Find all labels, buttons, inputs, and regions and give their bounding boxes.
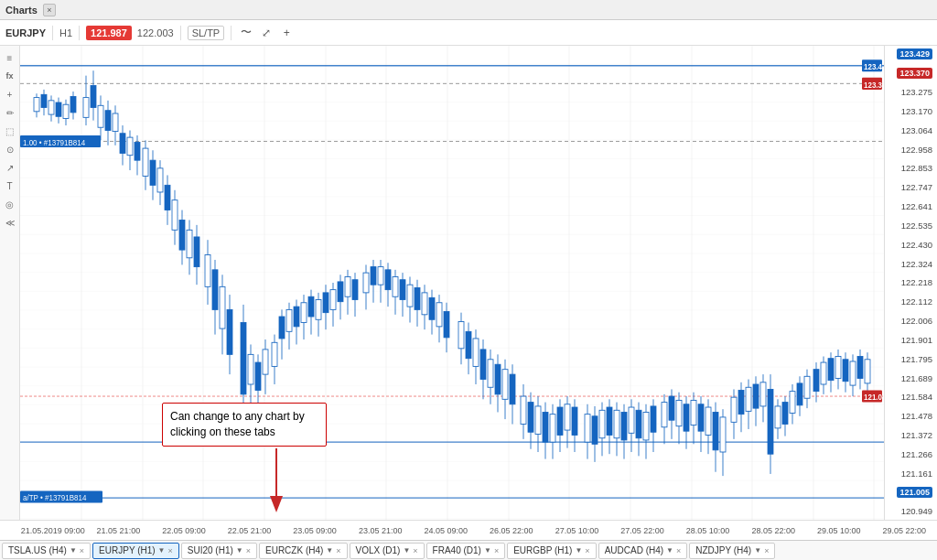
svg-rect-118	[400, 280, 405, 300]
svg-rect-150	[528, 403, 533, 433]
tab-audcad[interactable]: AUDCAD (H4) ▼ ×	[598, 543, 688, 559]
svg-rect-192	[691, 400, 696, 425]
svg-rect-216	[782, 403, 788, 425]
price-label: 121.795	[887, 352, 935, 365]
tab-dropdown-icon[interactable]: ▼	[158, 546, 166, 555]
fx-icon[interactable]: fx	[2, 68, 18, 84]
price-label: 121.005	[887, 486, 935, 499]
svg-rect-98	[323, 293, 328, 313]
svg-rect-170	[607, 407, 612, 435]
tab-label: AUDCAD (H4)	[605, 545, 663, 555]
expand-icon[interactable]: ⤢	[258, 25, 275, 41]
svg-rect-124	[422, 293, 427, 315]
svg-rect-182	[651, 406, 656, 432]
symbol-label[interactable]: EURJPY	[5, 27, 46, 38]
svg-rect-86	[279, 317, 285, 339]
close-button[interactable]: ×	[43, 4, 56, 16]
svg-rect-72	[220, 286, 225, 328]
sltp-label[interactable]: SL/TP	[188, 26, 225, 40]
svg-rect-114	[385, 270, 391, 290]
svg-rect-176	[629, 407, 634, 433]
time-label: 29.05 10:00	[806, 526, 872, 535]
svg-rect-218	[790, 392, 795, 414]
tab-close-icon[interactable]: ×	[168, 546, 173, 555]
price-label: 123.064	[887, 124, 935, 136]
arrow-icon[interactable]: ↗	[2, 159, 18, 176]
svg-rect-228	[828, 359, 834, 381]
toolbar: EURJPY H1 121.987 122.003 SL/TP 〜 ⤢ +	[0, 20, 937, 46]
tab-close-icon[interactable]: ×	[764, 546, 769, 555]
time-label: 21.05 21:00	[86, 526, 152, 535]
pencil-icon[interactable]: ✏	[2, 104, 18, 121]
price-label: 122.006	[887, 315, 935, 328]
tab-dropdown-icon[interactable]: ▼	[754, 546, 761, 555]
svg-rect-140	[488, 360, 493, 387]
plus-icon[interactable]: +	[278, 25, 295, 41]
time-label: 22.05 21:00	[217, 526, 283, 535]
tab-fra40[interactable]: FRA40 (D1) ▼ ×	[426, 543, 506, 559]
price-label: 123.429	[887, 48, 935, 60]
tab-close-icon[interactable]: ×	[494, 546, 499, 555]
price-label: 122.747	[887, 181, 935, 194]
rect-icon[interactable]: ⬚	[2, 123, 18, 139]
menu-icon[interactable]: ≡	[2, 49, 18, 66]
svg-rect-174	[621, 412, 627, 439]
svg-rect-210	[760, 382, 766, 406]
svg-rect-144	[502, 370, 508, 400]
price-label: 121.689	[887, 372, 935, 384]
time-label: 29.05 22:00	[872, 526, 937, 535]
svg-rect-80	[255, 362, 261, 390]
tab-close-icon[interactable]: ×	[80, 546, 84, 555]
svg-rect-92	[301, 303, 307, 323]
toolbar-sep4	[231, 26, 232, 40]
tab-nzdjpy[interactable]: NZDJPY (H4) ▼ ×	[689, 543, 775, 559]
svg-rect-62	[179, 220, 185, 250]
target-icon[interactable]: ⊙	[2, 141, 18, 157]
svg-rect-106	[352, 280, 358, 300]
svg-rect-120	[407, 285, 413, 307]
text-icon[interactable]: T	[2, 178, 18, 194]
svg-rect-126	[429, 297, 435, 319]
price-label: 122.958	[887, 143, 935, 156]
tab-dropdown-icon[interactable]: ▼	[403, 546, 410, 555]
svg-rect-2	[20, 46, 884, 520]
svg-rect-42	[105, 111, 111, 131]
tab-tsla-us[interactable]: TSLA.US (H4) ▼ ×	[2, 543, 91, 559]
add-icon[interactable]: +	[2, 86, 18, 102]
svg-rect-146	[510, 374, 515, 404]
tab-eurjpy[interactable]: EURJPY (H1) ▼ ×	[92, 543, 179, 559]
tab-dropdown-icon[interactable]: ▼	[236, 546, 243, 555]
timeframe-label[interactable]: H1	[59, 27, 72, 38]
tab-dropdown-icon[interactable]: ▼	[666, 546, 673, 555]
tab-volx[interactable]: VOLX (D1) ▼ ×	[350, 543, 425, 559]
svg-rect-132	[458, 321, 464, 348]
annotation-text: Can change to any chart by clicking on t…	[170, 410, 305, 438]
svg-rect-112	[378, 267, 383, 285]
svg-rect-220	[797, 383, 802, 405]
circle-icon[interactable]: ◎	[2, 196, 18, 212]
svg-rect-44	[113, 113, 118, 132]
tab-dropdown-icon[interactable]: ▼	[575, 546, 582, 555]
tab-close-icon[interactable]: ×	[413, 546, 417, 555]
tab-dropdown-icon[interactable]: ▼	[70, 546, 77, 555]
price-badge-red: 121.987	[86, 26, 132, 40]
tab-label: VOLX (D1)	[356, 545, 401, 555]
svg-rect-76	[241, 323, 246, 394]
svg-text:1.00 • #13791B814: 1.00 • #13791B814	[23, 137, 86, 146]
toolbar-sep3	[180, 26, 181, 40]
tab-dropdown-icon[interactable]: ▼	[326, 546, 333, 555]
tab-eurczk[interactable]: EURCZK (H4) ▼ ×	[259, 543, 348, 559]
toolbar-sep2	[79, 26, 80, 40]
tab-close-icon[interactable]: ×	[676, 546, 681, 555]
wave-icon[interactable]: 〜	[238, 25, 254, 41]
share-icon[interactable]: ≪	[2, 214, 18, 231]
tab-close-icon[interactable]: ×	[246, 546, 251, 555]
svg-marker-250	[270, 496, 283, 512]
tab-dropdown-icon[interactable]: ▼	[484, 546, 491, 555]
svg-rect-26	[41, 94, 47, 107]
tab-eurgbp[interactable]: EURGBP (H1) ▼ ×	[507, 543, 596, 559]
tab-close-icon[interactable]: ×	[336, 546, 340, 555]
tab-close-icon[interactable]: ×	[585, 546, 589, 555]
tab-sui20[interactable]: SUI20 (H1) ▼ ×	[181, 543, 257, 559]
svg-rect-160	[565, 404, 570, 430]
